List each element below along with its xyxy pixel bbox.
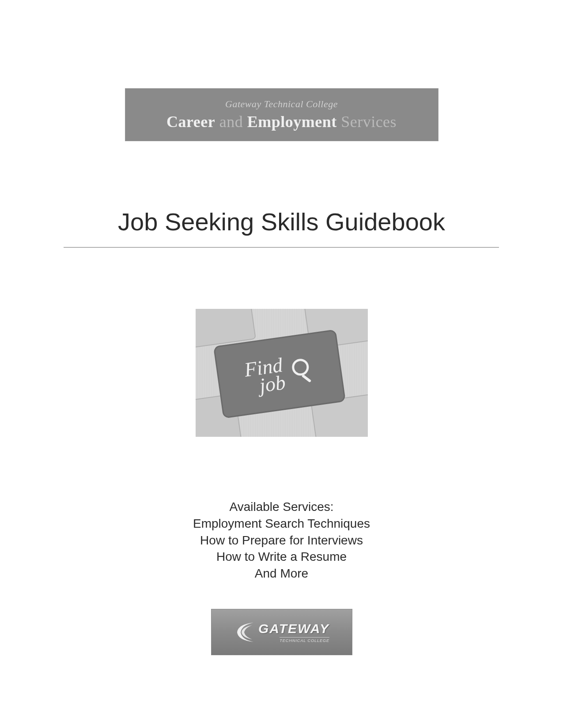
service-item: How to Prepare for Interviews [0, 532, 563, 549]
logo-swoosh-icon [234, 619, 256, 645]
service-item: Employment Search Techniques [0, 515, 563, 532]
service-item: How to Write a Resume [0, 548, 563, 565]
page-title: Job Seeking Skills Guidebook [0, 207, 563, 236]
banner-department: Career and Employment Services [125, 113, 438, 131]
keyboard-image: Find job [196, 309, 368, 437]
key-label: Find job [242, 356, 286, 396]
service-item: And More [0, 565, 563, 582]
services-list: Available Services: Employment Search Te… [0, 499, 563, 582]
services-heading: Available Services: [0, 499, 563, 515]
banner-institution: Gateway Technical College [125, 98, 438, 110]
magnifying-glass-icon [287, 357, 315, 385]
gateway-logo: GATEWAY TECHNICAL COLLEGE [211, 609, 352, 655]
title-divider [64, 247, 499, 248]
logo-subtext: TECHNICAL COLLEGE [280, 637, 329, 643]
department-banner: Gateway Technical College Career and Emp… [125, 88, 438, 141]
logo-text: GATEWAY [258, 621, 329, 636]
